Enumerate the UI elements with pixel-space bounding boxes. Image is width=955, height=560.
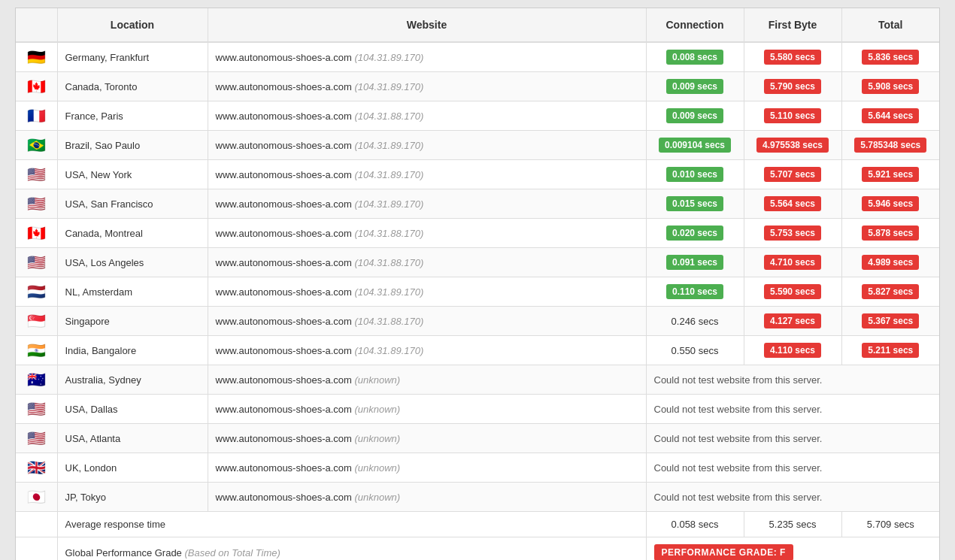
firstbyte-badge-red: 4.975538 secs <box>756 138 829 153</box>
flag-icon: 🇮🇳 <box>27 342 46 359</box>
website-cell: www.autonomous-shoes-a.com (104.31.89.17… <box>208 336 646 365</box>
connection-cell: 0.246 secs <box>646 307 744 336</box>
connection-cell: Could not test website from this server. <box>646 365 939 395</box>
connection-badge-green: 0.010 secs <box>666 167 723 182</box>
website-cell: www.autonomous-shoes-a.com (unknown) <box>208 395 646 424</box>
grade-badge-cell: PERFORMANCE GRADE: F <box>646 537 939 561</box>
firstbyte-cell: 5.564 secs <box>744 189 841 219</box>
flag-icon: 🇺🇸 <box>27 195 46 212</box>
avg-firstbyte: 5.235 secs <box>744 512 841 537</box>
firstbyte-cell: 5.110 secs <box>744 101 841 131</box>
website-ip: (104.31.89.170) <box>354 81 423 92</box>
connection-cell: 0.110 secs <box>646 277 744 307</box>
table-row: 🇨🇦Canada, Torontowww.autonomous-shoes-a.… <box>16 72 939 101</box>
firstbyte-cell: 4.975538 secs <box>744 131 841 160</box>
table-row: 🇳🇱NL, Amsterdamwww.autonomous-shoes-a.co… <box>16 277 939 307</box>
website-cell: www.autonomous-shoes-a.com (104.31.89.17… <box>208 160 646 189</box>
website-url: www.autonomous-shoes-a.com <box>216 81 355 92</box>
location-cell: UK, London <box>57 453 208 483</box>
website-cell: www.autonomous-shoes-a.com (104.31.88.17… <box>208 219 646 248</box>
firstbyte-badge-red: 5.580 secs <box>764 50 821 65</box>
table-row: 🇫🇷France, Pariswww.autonomous-shoes-a.co… <box>16 101 939 131</box>
firstbyte-badge-red: 5.564 secs <box>764 196 821 211</box>
website-url: www.autonomous-shoes-a.com <box>216 257 355 268</box>
total-badge-red: 5.908 secs <box>862 79 919 94</box>
performance-table: Location Website Connection First Byte T… <box>16 8 939 560</box>
website-url: www.autonomous-shoes-a.com <box>216 228 355 239</box>
flag-cell: 🇺🇸 <box>16 189 57 219</box>
header-total: Total <box>841 8 939 42</box>
connection-badge-green: 0.091 secs <box>666 255 723 270</box>
grade-sublabel: (Based on Total Time) <box>184 547 280 558</box>
connection-cell: 0.020 secs <box>646 219 744 248</box>
connection-cell: 0.550 secs <box>646 336 744 365</box>
table-row: 🇨🇦Canada, Montrealwww.autonomous-shoes-a… <box>16 219 939 248</box>
grade-label: Global Performance Grade (Based on Total… <box>57 537 646 561</box>
website-ip: (104.31.89.170) <box>354 345 423 356</box>
location-cell: USA, Los Angeles <box>57 248 208 277</box>
header-firstbyte: First Byte <box>744 8 841 42</box>
connection-cell: 0.008 secs <box>646 42 744 72</box>
website-url: www.autonomous-shoes-a.com <box>216 345 355 356</box>
website-url: www.autonomous-shoes-a.com <box>216 198 355 210</box>
website-cell: www.autonomous-shoes-a.com (104.31.88.17… <box>208 101 646 131</box>
total-badge-red: 5.367 secs <box>862 313 919 328</box>
firstbyte-badge-red: 4.127 secs <box>764 313 821 328</box>
total-badge-red: 5.785348 secs <box>854 138 926 153</box>
connection-badge-green: 0.009 secs <box>666 108 723 123</box>
website-ip: (104.31.89.170) <box>354 52 423 63</box>
connection-cell: 0.009 secs <box>646 72 744 101</box>
flag-cell: 🇺🇸 <box>16 160 57 189</box>
website-ip: (104.31.88.170) <box>354 257 423 268</box>
total-cell: 5.908 secs <box>841 72 939 101</box>
website-cell: www.autonomous-shoes-a.com (104.31.89.17… <box>208 72 646 101</box>
connection-cell: 0.091 secs <box>646 248 744 277</box>
website-url: www.autonomous-shoes-a.com <box>216 492 355 503</box>
total-cell: 5.367 secs <box>841 307 939 336</box>
website-cell: www.autonomous-shoes-a.com (104.31.88.17… <box>208 307 646 336</box>
location-cell: Brazil, Sao Paulo <box>57 131 208 160</box>
website-ip: (104.31.89.170) <box>354 140 423 151</box>
firstbyte-badge-red: 5.753 secs <box>764 226 821 241</box>
error-message: Could not test website from this server. <box>654 374 823 386</box>
website-cell: www.autonomous-shoes-a.com (104.31.89.17… <box>208 42 646 72</box>
firstbyte-badge-red: 5.707 secs <box>764 167 821 182</box>
firstbyte-cell: 4.127 secs <box>744 307 841 336</box>
table-row: 🇺🇸USA, Dallaswww.autonomous-shoes-a.com … <box>16 395 939 424</box>
total-badge-red: 5.921 secs <box>862 167 919 182</box>
location-cell: USA, Atlanta <box>57 424 208 453</box>
table-row: 🇮🇳India, Bangalorewww.autonomous-shoes-a… <box>16 336 939 365</box>
flag-icon: 🇺🇸 <box>27 254 46 271</box>
total-badge-red: 5.878 secs <box>862 226 919 241</box>
total-cell: 5.836 secs <box>841 42 939 72</box>
connection-badge-green: 0.009 secs <box>666 79 723 94</box>
performance-table-wrapper: Location Website Connection First Byte T… <box>15 8 940 560</box>
flag-icon: 🇺🇸 <box>27 430 46 446</box>
error-message: Could not test website from this server. <box>654 462 823 474</box>
flag-cell: 🇳🇱 <box>16 277 57 307</box>
flag-cell: 🇸🇬 <box>16 307 57 336</box>
website-ip: (104.31.88.170) <box>354 316 423 327</box>
flag-cell: 🇨🇦 <box>16 72 57 101</box>
flag-cell: 🇺🇸 <box>16 248 57 277</box>
website-ip: (unknown) <box>354 492 400 503</box>
table-row: 🇦🇺Australia, Sydneywww.autonomous-shoes-… <box>16 365 939 395</box>
connection-cell: 0.015 secs <box>646 189 744 219</box>
table-header-row: Location Website Connection First Byte T… <box>16 8 939 42</box>
header-connection: Connection <box>646 8 744 42</box>
website-url: www.autonomous-shoes-a.com <box>216 404 355 415</box>
firstbyte-badge-red: 5.790 secs <box>764 79 821 94</box>
website-ip: (unknown) <box>354 462 400 474</box>
location-cell: NL, Amsterdam <box>57 277 208 307</box>
table-row: 🇺🇸USA, San Franciscowww.autonomous-shoes… <box>16 189 939 219</box>
table-row: 🇬🇧UK, Londonwww.autonomous-shoes-a.com (… <box>16 453 939 483</box>
flag-icon: 🇨🇦 <box>27 78 46 95</box>
total-badge-red: 5.946 secs <box>862 196 919 211</box>
firstbyte-cell: 5.590 secs <box>744 277 841 307</box>
location-cell: USA, Dallas <box>57 395 208 424</box>
firstbyte-cell: 5.580 secs <box>744 42 841 72</box>
flag-icon: 🇩🇪 <box>27 49 46 65</box>
flag-icon: 🇺🇸 <box>27 401 46 417</box>
connection-badge-green: 0.009104 secs <box>659 138 731 153</box>
total-cell: 5.921 secs <box>841 160 939 189</box>
